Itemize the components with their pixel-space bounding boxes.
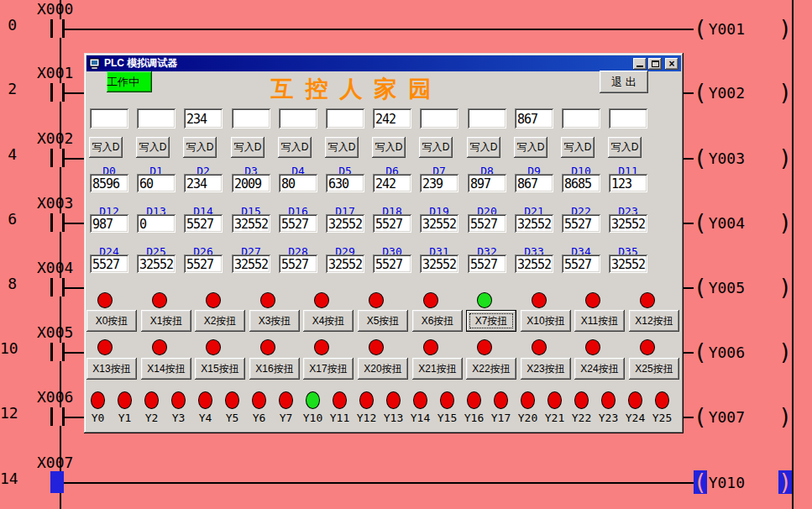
- write-button-6[interactable]: 写入D: [372, 137, 406, 158]
- write-button-4[interactable]: 写入D: [278, 137, 312, 158]
- led-X25按扭: [640, 339, 655, 355]
- write-input-3[interactable]: [232, 108, 270, 129]
- register-value-D32: 5527: [468, 254, 506, 273]
- contact-symbol[interactable]: [50, 149, 65, 167]
- register-value-D9: 867: [515, 174, 553, 192]
- led-X23按扭: [532, 339, 547, 355]
- coil-open-paren: (: [694, 146, 707, 170]
- button-X10按扭[interactable]: X10按扭: [521, 310, 571, 332]
- register-value-D22: 5527: [562, 214, 600, 233]
- write-button-9[interactable]: 写入D: [514, 137, 547, 158]
- led-X2按扭: [206, 292, 221, 308]
- write-input-0[interactable]: [90, 108, 128, 129]
- write-input-11[interactable]: [609, 108, 647, 129]
- write-button-3[interactable]: 写入D: [231, 137, 265, 158]
- contact-selected[interactable]: [50, 471, 64, 493]
- coil-symbol[interactable]: (Y002): [694, 80, 792, 105]
- register-value-D2: 234: [184, 174, 223, 192]
- rung-line: [60, 482, 792, 484]
- button-X15按扭[interactable]: X15按扭: [195, 358, 245, 380]
- button-X21按扭[interactable]: X21按扭: [412, 358, 463, 380]
- contact-label: X001: [37, 64, 73, 81]
- register-value-D23: 32552: [609, 214, 647, 233]
- label-Y6: Y6: [245, 412, 273, 424]
- write-input-8[interactable]: [468, 108, 506, 129]
- register-value-D20: 5527: [468, 214, 506, 233]
- write-button-10[interactable]: 写入D: [561, 137, 595, 158]
- write-input-7[interactable]: [420, 108, 458, 129]
- button-X13按扭[interactable]: X13按扭: [86, 358, 137, 380]
- button-X14按扭[interactable]: X14按扭: [141, 358, 191, 380]
- button-X23按扭[interactable]: X23按扭: [521, 358, 571, 380]
- write-button-7[interactable]: 写入D: [419, 137, 453, 158]
- contact-symbol[interactable]: [50, 19, 65, 38]
- coil-close-paren: ): [778, 405, 792, 428]
- contact-symbol[interactable]: [50, 83, 65, 102]
- coil-symbol[interactable]: (Y005): [694, 275, 792, 300]
- label-Y21: Y21: [541, 412, 568, 424]
- contact-symbol[interactable]: [50, 407, 65, 426]
- write-button-0[interactable]: 写入D: [89, 137, 123, 158]
- label-Y2: Y2: [138, 412, 165, 424]
- button-X17按扭[interactable]: X17按扭: [303, 358, 354, 380]
- write-input-6[interactable]: [373, 108, 411, 129]
- coil-symbol[interactable]: (Y006): [694, 339, 792, 365]
- led-X1按扭: [152, 292, 167, 308]
- register-value-D5: 630: [326, 174, 364, 192]
- button-X20按扭[interactable]: X20按扭: [358, 358, 408, 380]
- button-X5按扭[interactable]: X5按扭: [358, 310, 408, 332]
- contact-symbol[interactable]: [50, 278, 65, 296]
- led-Y1: [118, 391, 132, 409]
- write-input-4[interactable]: [279, 108, 317, 129]
- write-input-9[interactable]: [515, 108, 553, 129]
- write-input-5[interactable]: [326, 108, 364, 129]
- coil-symbol[interactable]: (Y007): [694, 404, 792, 429]
- button-X11按扭[interactable]: X11按扭: [574, 310, 625, 332]
- button-X0按扭[interactable]: X0按扭: [86, 310, 137, 332]
- button-X6按扭[interactable]: X6按扭: [412, 310, 463, 332]
- coil-symbol[interactable]: (Y003): [694, 145, 792, 171]
- register-value-D14: 5527: [184, 214, 223, 233]
- write-button-11[interactable]: 写入D: [608, 137, 642, 158]
- led-X12按扭: [640, 292, 655, 308]
- button-X22按扭[interactable]: X22按扭: [466, 358, 516, 380]
- coil-symbol[interactable]: (Y001): [694, 16, 792, 41]
- coil-open-paren: (: [694, 405, 707, 428]
- button-X4按扭[interactable]: X4按扭: [303, 310, 354, 332]
- write-input-10[interactable]: [562, 108, 600, 129]
- contact-symbol[interactable]: [50, 343, 65, 361]
- label-Y1: Y1: [111, 412, 139, 424]
- led-X11按扭: [585, 292, 600, 308]
- coil-symbol[interactable]: (Y004): [694, 210, 792, 235]
- rung-number: 10: [0, 339, 17, 357]
- led-Y24: [628, 391, 642, 409]
- contact-label: X005: [37, 323, 73, 341]
- button-X7按扭[interactable]: X7按扭: [466, 310, 516, 332]
- coil-open-paren: (: [694, 275, 707, 299]
- button-X16按扭[interactable]: X16按扭: [249, 358, 300, 380]
- button-X2按扭[interactable]: X2按扭: [195, 310, 245, 332]
- button-X1按扭[interactable]: X1按扭: [141, 310, 191, 332]
- led-Y16: [467, 391, 481, 409]
- led-Y20: [521, 391, 535, 409]
- led-X3按扭: [260, 292, 275, 308]
- write-input-1[interactable]: [137, 108, 175, 129]
- register-value-D10: 8685: [562, 174, 600, 192]
- led-Y7: [279, 391, 293, 409]
- led-Y15: [440, 391, 454, 409]
- led-Y0: [91, 391, 105, 409]
- button-X25按扭[interactable]: X25按扭: [629, 358, 679, 380]
- write-button-5[interactable]: 写入D: [325, 137, 359, 158]
- button-X24按扭[interactable]: X24按扭: [574, 358, 625, 380]
- button-X3按扭[interactable]: X3按扭: [249, 310, 300, 332]
- write-input-2[interactable]: [184, 108, 223, 129]
- label-Y10: Y10: [299, 412, 327, 424]
- register-value-D33: 32552: [515, 254, 553, 273]
- led-Y12: [359, 391, 374, 409]
- write-button-8[interactable]: 写入D: [467, 137, 500, 158]
- coil-symbol[interactable]: (Y010): [694, 470, 792, 495]
- write-button-2[interactable]: 写入D: [183, 137, 217, 158]
- write-button-1[interactable]: 写入D: [136, 137, 170, 158]
- button-X12按扭[interactable]: X12按扭: [629, 310, 679, 332]
- contact-symbol[interactable]: [50, 213, 65, 232]
